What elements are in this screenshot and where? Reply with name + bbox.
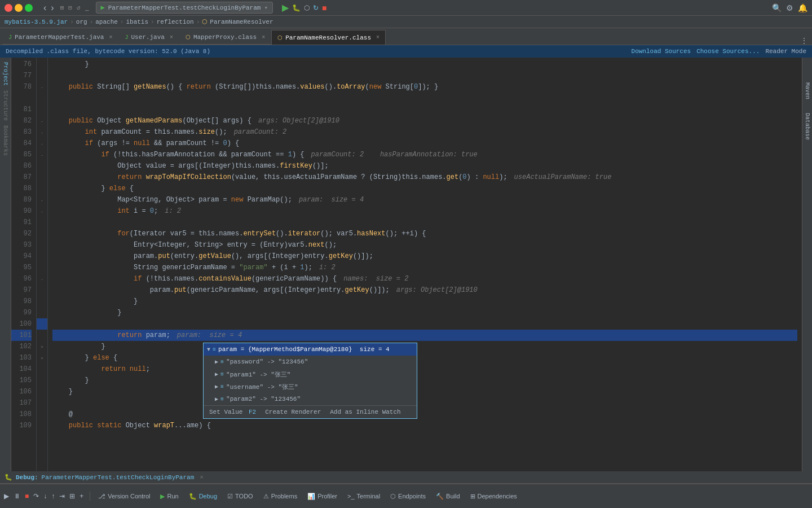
tab-mapperproxy[interactable]: ⬡ MapperProxy.class ×: [179, 30, 271, 45]
debug-add-watch-button[interactable]: +: [78, 492, 85, 501]
bookmarks-panel-toggle[interactable]: Bookmarks: [2, 125, 8, 156]
coverage-button[interactable]: ⬡: [304, 4, 310, 12]
run-button[interactable]: ▶ Run: [156, 491, 183, 502]
tab-paramnameresolver[interactable]: ⬡ ParamNameResolver.class ×: [271, 30, 386, 45]
expand-child-0-icon[interactable]: ▶: [215, 358, 218, 365]
gutter-87: [37, 172, 47, 183]
structure-panel-toggle[interactable]: Structure: [2, 90, 8, 121]
debug-popup-child-0[interactable]: ▶ ≡ "password" -> "123456": [204, 356, 417, 368]
search-everywhere-button[interactable]: 🔍: [772, 3, 782, 12]
endpoints-button[interactable]: ⬡ Endpoints: [386, 491, 430, 502]
debug-step-into-button[interactable]: ↓: [42, 492, 48, 501]
set-value-action[interactable]: Set Value F2: [209, 409, 256, 415]
debug-pause-button[interactable]: ⏸: [12, 492, 22, 501]
tab-close-3[interactable]: ×: [376, 34, 379, 41]
debug-step-over-button[interactable]: ↷: [32, 492, 41, 501]
tab-close-1[interactable]: ×: [170, 34, 173, 41]
toolbar-icon-3: ↺: [77, 4, 81, 11]
nav-forward-button[interactable]: ›: [49, 3, 55, 13]
expand-child-3-icon[interactable]: ▶: [215, 396, 218, 402]
gutter-101: [37, 318, 47, 330]
code-line-78: public String[] getNames() { return (Str…: [52, 81, 797, 93]
code-line-102: }: [52, 341, 797, 352]
build-button[interactable]: 🔨 Build: [431, 491, 464, 502]
debug-run-to-cursor-button[interactable]: ⇥: [58, 492, 67, 501]
gutter-96: -: [37, 273, 47, 284]
expand-child-2-icon[interactable]: ▶: [215, 383, 218, 390]
reload-button[interactable]: ↻: [313, 4, 319, 12]
breadcrumb-item-4[interactable]: reflection: [157, 19, 194, 25]
dependencies-button[interactable]: ⊞ Dependencies: [466, 491, 522, 502]
terminal-button[interactable]: >_ Terminal: [343, 491, 385, 501]
var-item-3-icon: ≡: [220, 396, 224, 402]
ln-92: 92: [11, 228, 32, 239]
play-button[interactable]: ▶: [282, 2, 289, 13]
ln-83: 83: [11, 126, 32, 138]
todo-icon: ☑: [227, 493, 233, 500]
debug-session-close[interactable]: ×: [200, 474, 204, 481]
code-line-94: param.put(entry.getValue(), args[(Intege…: [52, 251, 797, 262]
minimize-window-button[interactable]: [15, 4, 23, 12]
tab-icon-2: ⬡: [186, 34, 191, 41]
database-panel-toggle[interactable]: Database: [803, 111, 811, 142]
breadcrumb-item-3[interactable]: ibatis: [126, 19, 148, 25]
ln-106: 106: [11, 386, 32, 397]
notifications-button[interactable]: 🔔: [798, 3, 807, 12]
todo-button[interactable]: ☑ TODO: [223, 491, 258, 502]
code-line-87: return wrapToMapIfCollection(value, this…: [52, 172, 797, 183]
gutter-91: [37, 217, 47, 228]
tab-close-2[interactable]: ×: [262, 34, 265, 41]
debug-popup-root[interactable]: ▼ ≡ param = {MapperMethod$ParamMap@2180}…: [204, 343, 417, 356]
breadcrumb-item-0[interactable]: mybatis-3.5.9.jar: [5, 19, 68, 25]
ln-93: 93: [11, 239, 32, 251]
project-panel-toggle[interactable]: Project: [2, 62, 8, 86]
stop-button[interactable]: ■: [322, 3, 326, 12]
debug-popup-child-3[interactable]: ▶ ≡ "param2" -> "123456": [204, 393, 417, 405]
debug-session-name[interactable]: ParameterMapperTest.testCheckLoginByPara…: [42, 474, 195, 481]
close-window-button[interactable]: [5, 4, 12, 12]
debug-tool-icon: 🐛: [189, 493, 197, 500]
debug-run-button[interactable]: 🐛: [292, 4, 301, 12]
profiler-button[interactable]: 📊 Profiler: [303, 491, 342, 502]
settings-button[interactable]: ⚙: [786, 3, 793, 12]
debug-popup-child-2[interactable]: ▶ ≡ "username" -> "张三": [204, 380, 417, 393]
problems-button[interactable]: ⚠ Problems: [259, 491, 302, 502]
decompiled-message: Decompiled .class file, bytecode version…: [6, 48, 210, 55]
add-inline-watch-action[interactable]: Add as Inline Watch: [330, 409, 400, 415]
breadcrumb-item-5[interactable]: ParamNameResolver: [210, 19, 273, 25]
gutter-102: [37, 330, 47, 341]
debug-val-90: i: 2: [165, 205, 181, 217]
code-line-84: if (args != null && paramCount != 0) {: [52, 138, 797, 149]
expand-child-1-icon[interactable]: ▶: [215, 371, 218, 378]
choose-sources-link[interactable]: Choose Sources...: [696, 48, 760, 55]
breadcrumb-item-1[interactable]: org: [76, 19, 87, 25]
breadcrumb-item-2[interactable]: apache: [95, 19, 118, 25]
tab-settings-button[interactable]: ⋮: [801, 37, 807, 45]
debug-evaluate-button[interactable]: ⊞: [68, 492, 77, 501]
debug-step-out-button[interactable]: ↑: [50, 492, 56, 501]
run-configuration[interactable]: ▶ ParameterMapperTest.testCheckLoginByPa…: [96, 2, 273, 14]
debug-resume-button[interactable]: ▶: [2, 492, 11, 501]
build-icon: 🔨: [436, 493, 444, 500]
version-control-button[interactable]: ⎇ Version Control: [94, 491, 155, 502]
gutter: - - - - - - - -: [37, 58, 48, 471]
create-renderer-action[interactable]: Create Renderer: [265, 409, 321, 415]
debug-stop-button[interactable]: ■: [23, 492, 30, 501]
expand-root-icon[interactable]: ▼: [207, 347, 210, 353]
tab-close-0[interactable]: ×: [109, 34, 112, 41]
download-sources-link[interactable]: Download Sources: [632, 48, 691, 55]
titlebar: ‹ › ⊞ ⊟ ↺ ⎯ ▶ ParameterMapperTest.testCh…: [0, 0, 812, 16]
debug-popup-child-1[interactable]: ▶ ≡ "param1" -> "张三": [204, 368, 417, 380]
tab-user[interactable]: J User.java ×: [118, 30, 179, 45]
code-line-93: Entry<Integer, String> entry = (Entry)va…: [52, 239, 797, 251]
nav-back-button[interactable]: ‹: [42, 3, 48, 13]
run-config-label: ParameterMapperTest.testCheckLoginByPara…: [108, 5, 261, 11]
maven-panel-toggle[interactable]: Maven: [803, 80, 811, 102]
maximize-window-button[interactable]: [25, 4, 33, 12]
reader-mode-link[interactable]: Reader Mode: [765, 48, 806, 55]
debug-tool-button[interactable]: 🐛 Debug: [184, 491, 222, 502]
code-editor: 76 77 78 81 82 83 84 85 86 87 88 89 90 9…: [11, 58, 802, 471]
tab-parametermappertest[interactable]: J ParameterMapperTest.java ×: [2, 30, 118, 45]
gutter-77: [37, 70, 47, 81]
ln-76: 76: [11, 59, 32, 70]
